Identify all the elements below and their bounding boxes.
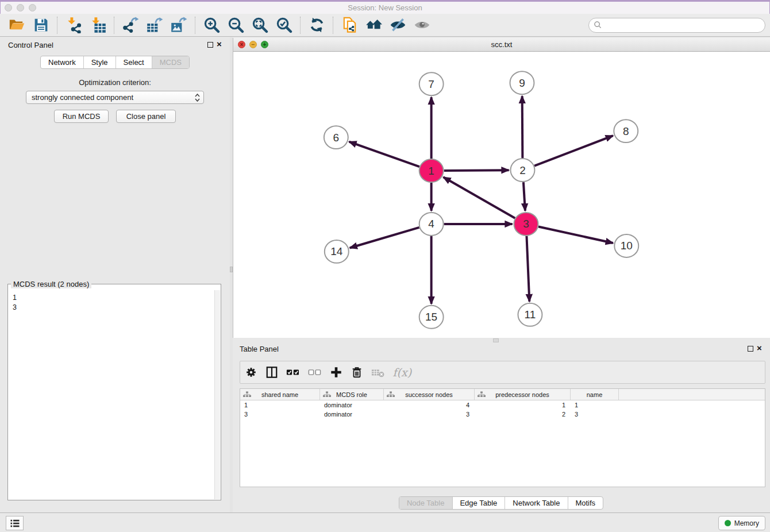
svg-text:1: 1 xyxy=(428,165,434,177)
task-list-button[interactable] xyxy=(6,516,24,530)
tab-style[interactable]: Style xyxy=(84,56,116,68)
graph-node-4[interactable]: 4 xyxy=(419,213,444,236)
tab-network[interactable]: Network xyxy=(41,56,84,68)
search-input[interactable] xyxy=(605,21,760,30)
node-table: shared nameMCDS rolesuccessor nodesprede… xyxy=(240,388,765,487)
export-network-icon[interactable] xyxy=(120,16,141,35)
control-panel-tabs: NetworkStyleSelectMCDS xyxy=(40,56,190,69)
float-panel-icon[interactable] xyxy=(207,42,213,48)
eye-slash-icon[interactable] xyxy=(387,16,409,35)
tab-select[interactable]: Select xyxy=(116,56,152,68)
table-cell: 1 xyxy=(475,402,571,408)
import-table-icon[interactable] xyxy=(87,16,109,35)
status-bar: Memory xyxy=(0,512,770,532)
eye-icon[interactable] xyxy=(411,16,433,35)
checked-boxes-icon[interactable] xyxy=(286,365,300,380)
graph-node-15[interactable]: 15 xyxy=(419,306,444,329)
column-header-MCDS-role[interactable]: MCDS role xyxy=(320,389,384,400)
table-cell: 2 xyxy=(475,411,571,418)
table-cell: 1 xyxy=(240,402,320,408)
hierarchy-icon xyxy=(478,391,486,398)
tab-node-table[interactable]: Node Table xyxy=(399,497,453,509)
zoom-in-icon[interactable] xyxy=(201,16,222,35)
close-panel-button[interactable]: Close panel xyxy=(116,110,176,123)
close-panel-icon[interactable]: × xyxy=(217,41,222,48)
zoom-fit-icon[interactable] xyxy=(249,16,271,35)
export-image-icon[interactable] xyxy=(168,16,190,35)
tab-network-table[interactable]: Network Table xyxy=(505,497,568,509)
column-header-name[interactable]: name xyxy=(571,389,619,400)
graph-node-8[interactable]: 8 xyxy=(614,119,638,142)
graph-edge-1-6[interactable] xyxy=(349,142,419,167)
split-columns-icon[interactable] xyxy=(265,365,278,380)
graph-node-1[interactable]: 1 xyxy=(419,159,444,182)
graph-node-3[interactable]: 3 xyxy=(514,213,538,236)
table-row[interactable]: 3dominator323 xyxy=(240,410,765,419)
graph-node-14[interactable]: 14 xyxy=(325,240,349,263)
toolbar-separator xyxy=(300,17,301,34)
graph-edge-3-1[interactable] xyxy=(444,177,515,218)
canvas-resize-grip[interactable] xyxy=(493,338,499,342)
list-icon xyxy=(9,518,21,529)
result-scrollbar[interactable] xyxy=(214,290,220,499)
graph-edge-3-10[interactable] xyxy=(538,226,613,243)
unchecked-boxes-icon[interactable] xyxy=(308,365,322,380)
toolbar-separator xyxy=(195,17,195,34)
float-table-panel-icon[interactable] xyxy=(748,346,753,352)
svg-text:11: 11 xyxy=(525,309,536,321)
application-window: Session: New Session Control Panel × Net… xyxy=(0,0,770,532)
svg-text:3: 3 xyxy=(523,218,529,230)
column-header-successor-nodes[interactable]: successor nodes xyxy=(384,389,475,400)
tab-motifs[interactable]: Motifs xyxy=(568,497,603,509)
graph-node-9[interactable]: 9 xyxy=(510,71,534,94)
gear-icon[interactable] xyxy=(245,365,257,380)
table-cell: 1 xyxy=(571,402,619,408)
table-cell: 4 xyxy=(384,402,475,408)
graph-edge-3-11[interactable] xyxy=(526,236,529,302)
graph-node-7[interactable]: 7 xyxy=(419,72,444,95)
optimization-criterion-label: Optimization criterion: xyxy=(0,78,230,87)
network-canvas[interactable]: 7968124314101511 xyxy=(233,52,770,338)
graph-node-2[interactable]: 2 xyxy=(510,159,534,182)
graph-edge-1-2[interactable] xyxy=(444,170,509,171)
documents-share-icon[interactable] xyxy=(338,16,360,35)
graph-edge-4-14[interactable] xyxy=(350,228,419,248)
graph-edge-2-9[interactable] xyxy=(522,96,523,158)
delete-table-icon xyxy=(371,365,385,380)
graph-node-11[interactable]: 11 xyxy=(518,303,542,326)
refresh-icon[interactable] xyxy=(306,16,328,35)
run-mcds-button[interactable]: Run MCDS xyxy=(54,110,109,123)
double-home-icon[interactable] xyxy=(363,16,384,35)
graph-edge-2-8[interactable] xyxy=(534,136,613,165)
search-field[interactable] xyxy=(588,18,765,33)
table-row[interactable]: 1dominator411 xyxy=(240,400,765,410)
trash-icon[interactable] xyxy=(351,365,363,380)
close-table-panel-icon[interactable]: × xyxy=(757,345,762,352)
save-floppy-icon[interactable] xyxy=(30,16,52,35)
memory-button[interactable]: Memory xyxy=(718,516,765,530)
control-panel-title: Control Panel xyxy=(8,41,53,49)
title-bar: Session: New Session xyxy=(0,0,770,14)
criterion-dropdown[interactable]: strongly connected component xyxy=(26,91,204,104)
zoom-selected-icon[interactable] xyxy=(273,16,295,35)
zoom-out-icon[interactable] xyxy=(225,16,247,35)
tab-edge-table[interactable]: Edge Table xyxy=(452,497,505,509)
add-column-icon[interactable] xyxy=(330,365,342,380)
svg-text:6: 6 xyxy=(333,132,340,144)
svg-text:15: 15 xyxy=(425,311,437,323)
mcds-result-group: MCDS result (2 nodes) 13 xyxy=(7,284,221,500)
column-header-shared-name[interactable]: shared name xyxy=(240,389,320,400)
open-folder-icon[interactable] xyxy=(6,16,28,35)
table-cell: 3 xyxy=(384,411,475,418)
graph-edge-2-3[interactable] xyxy=(523,182,525,211)
import-network-icon[interactable] xyxy=(63,16,84,35)
toolbar-separator xyxy=(57,17,57,34)
hierarchy-icon xyxy=(243,391,251,398)
export-table-icon[interactable] xyxy=(144,16,165,35)
graph-node-10[interactable]: 10 xyxy=(614,234,638,257)
svg-text:7: 7 xyxy=(428,78,434,90)
graph-node-6[interactable]: 6 xyxy=(324,126,348,149)
column-header-predecessor-nodes[interactable]: predecessor nodes xyxy=(475,389,571,400)
memory-status-icon xyxy=(725,520,731,526)
tab-mcds[interactable]: MCDS xyxy=(152,56,189,68)
